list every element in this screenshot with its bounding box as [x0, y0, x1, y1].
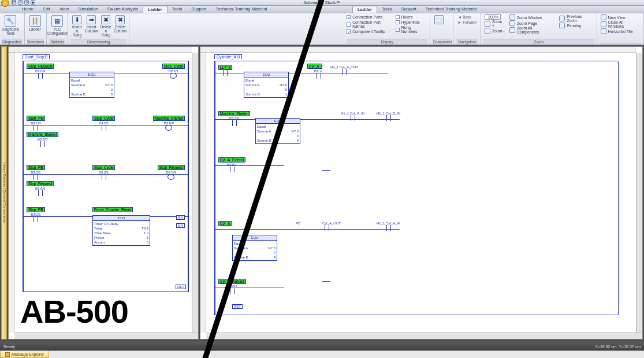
group-zoom: 200% Zoom + Zoom - Zoom Window Zoom Pa [481, 13, 597, 45]
qat-save-icon[interactable]: 💾 [12, 0, 16, 5]
program-start-stop[interactable]: Start_Stop:0 Stop_Request B3:0/9 EQU Equ… [23, 61, 189, 292]
ruler-v [9, 53, 14, 333]
prev-zoom-icon [559, 16, 565, 21]
tab-ladder[interactable]: Ladder [352, 6, 377, 13]
qat-redo-icon[interactable]: ↷ [24, 0, 29, 5]
scrollbar-h[interactable] [14, 333, 198, 339]
ribbon: 🔧 Diagnostic Tools Diagnostics 🪜 Ladder … [0, 13, 322, 45]
arrow-left-icon: ◄ [457, 15, 461, 19]
message-explorer-tab[interactable]: Message Explorer [0, 351, 49, 358]
insert-column-button[interactable]: ➡ Insert Column [85, 14, 98, 34]
canvas-start-stop[interactable]: Start_Stop:0 Stop_Request B3:0/9 EQU Equ… [8, 46, 199, 339]
tile-icon [601, 28, 606, 34]
insert-row-icon: ⬇ [72, 15, 81, 24]
insert-col-icon: ➡ [87, 15, 96, 24]
zoom-out-icon [485, 28, 490, 34]
group-display: ✓Connection Ports Connection Port Names … [344, 13, 430, 45]
delete-rung-button[interactable]: ✖ Delete a Rung [99, 14, 112, 38]
zoom-page-button[interactable]: Zoom Page [508, 20, 556, 26]
status-coords: X=10.82 cm, Y=10.37 cm [595, 345, 641, 349]
status-text: Ready [3, 345, 15, 349]
tab-edit[interactable]: Edit [38, 6, 55, 13]
delete-row-icon: ✖ [101, 15, 110, 24]
chk-hyperlinks[interactable]: Hyperlinks [396, 20, 427, 25]
chk-port-names[interactable]: Connection Port Names [347, 20, 394, 29]
tab-training[interactable]: Technical Training Material [421, 6, 482, 13]
workspace: Library Explorer | General Components St… [0, 45, 322, 341]
equ-block[interactable]: EQU Equal Source AN7:0 0 Source B0 [69, 72, 114, 98]
tab-support[interactable]: Support [187, 6, 211, 13]
zoom-all-icon [509, 27, 515, 33]
group-view-options: New View Close All Windows Horizontal Ti… [597, 13, 644, 45]
insert-rung-button[interactable]: ⬇ Insert a Rung [70, 14, 83, 38]
tab-ladder[interactable]: Ladder [143, 6, 167, 13]
delete-column-button[interactable]: ✖ Delete Column [114, 14, 126, 34]
xio-contact[interactable] [36, 73, 44, 79]
chk-tooltip[interactable]: ✓Component Tooltip [347, 29, 394, 34]
chk-rung-numbers[interactable]: Rung Numbers [396, 25, 427, 34]
tab-failure[interactable]: Failure Analysis [103, 6, 143, 13]
zoom-page-icon [509, 20, 515, 26]
left-instance: 💾 ↶ ↷ ▶ Automation Studio™ Home Edit Vie… [0, 0, 322, 358]
message-icon [5, 352, 10, 357]
group-navigation: ◄ Back ► Forward Navigation [453, 13, 481, 45]
ruler-h [9, 47, 192, 53]
ribbon-tabs: Home Edit View Simulation Failure Analys… [0, 6, 322, 13]
panning-button[interactable]: Panning [558, 23, 594, 28]
close-all-icon [601, 21, 606, 27]
tab-home[interactable]: Home [17, 6, 38, 13]
xic-contact[interactable] [32, 125, 40, 131]
arrow-right-icon: ► [457, 20, 461, 24]
group-component: ⬚ Component [430, 13, 453, 45]
ladder-button[interactable]: 🪜 Ladder [27, 14, 43, 32]
close-all-button[interactable]: Close All Windows [600, 20, 641, 28]
component-icon: ⬚ [434, 15, 444, 24]
group-diagnostics: 🔧 Diagnostic Tools Diagnostics [0, 13, 25, 45]
chk-connection-ports[interactable]: ✓Connection Ports [347, 14, 394, 20]
quick-access-toolbar: 💾 ↶ ↷ ▶ [12, 0, 35, 5]
zoom-in-button[interactable]: Zoom + [483, 20, 507, 28]
qat-play-icon[interactable]: ▶ [31, 0, 35, 5]
ladder-icon: 🪜 [29, 15, 41, 27]
nav-forward-button[interactable]: ► Forward [456, 20, 478, 25]
scrollbar-v[interactable] [192, 53, 198, 333]
nav-back-button[interactable]: ◄ Back [456, 14, 472, 20]
canvas-cylinder-a-5000[interactable]: Cylinder_A:0 LL31_3 EQU Equal Source A.C… [322, 46, 643, 339]
tab-tools[interactable]: Tools [377, 6, 397, 13]
grid-icon: ▦ [51, 15, 63, 27]
group-standards: 🪜 Ladder Standards [25, 13, 47, 45]
zoom-out-button[interactable]: Zoom - [483, 28, 507, 34]
chk-rulers[interactable]: Rulers [396, 14, 427, 20]
zoom-window-button[interactable]: Zoom Window [508, 14, 556, 20]
zoom-in-icon [485, 21, 490, 27]
message-bar: Message Explorer [0, 350, 322, 358]
group-dimensioning: ⬇ Insert a Rung ➡ Insert Column ✖ Delete… [68, 13, 129, 45]
title-bar: 💾 ↶ ↷ ▶ Automation Studio™ [0, 0, 322, 6]
ton-block[interactable]: TON Timer On Delay TimerT4:3 Time Base1.… [92, 215, 150, 246]
qat-undo-icon[interactable]: ↶ [18, 0, 23, 5]
component-button[interactable]: ⬚ [433, 14, 445, 25]
plc-configurator-button[interactable]: ▦ PLC Configurator [49, 14, 65, 36]
tag[interactable]: Stop_Request [27, 64, 54, 69]
wrench-icon: 🔧 [5, 15, 16, 27]
zoom-percent[interactable]: 200% [485, 14, 501, 20]
overlay-label-ab500: AB-500 [20, 293, 128, 330]
previous-zoom-button[interactable]: Previous Zoom [558, 14, 594, 23]
horizontal-tile-button[interactable]: Horizontal Tile [600, 28, 634, 34]
pan-icon [559, 23, 565, 28]
program-header: Start_Stop:0 [23, 54, 50, 59]
right-instance: Automation Studio™ Ladder Tools Support … [322, 0, 645, 358]
new-view-button[interactable]: New View [600, 14, 627, 20]
ote-coil[interactable] [170, 73, 177, 79]
ret-instruction[interactable]: RET [176, 285, 186, 289]
zoom-all-button[interactable]: Zoom All Components [508, 26, 556, 34]
delete-col-icon: ✖ [116, 15, 125, 24]
tab-view[interactable]: View [55, 6, 73, 13]
tab-training[interactable]: Technical Training Material [211, 6, 271, 13]
diagnostic-tools-button[interactable]: 🔧 Diagnostic Tools [2, 14, 18, 36]
tab-support[interactable]: Support [397, 6, 421, 13]
status-bar: Ready [0, 342, 322, 350]
library-explorer-pane[interactable]: Library Explorer | General Components [1, 46, 7, 339]
tab-simulation[interactable]: Simulation [73, 6, 103, 13]
tab-tools[interactable]: Tools [167, 6, 187, 13]
